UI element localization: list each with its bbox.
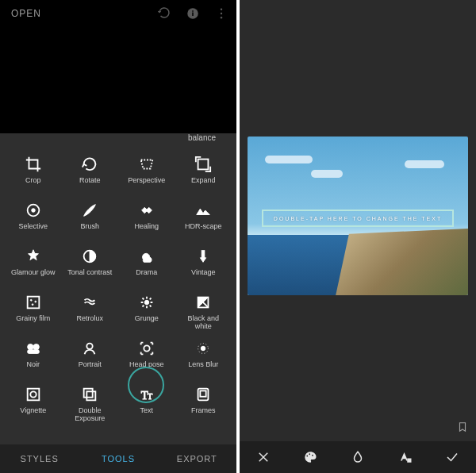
tool-label: Perspective: [128, 176, 165, 184]
tool-rotate[interactable]: Rotate: [62, 151, 119, 197]
tool-healing[interactable]: Healing: [118, 197, 175, 243]
tool-double[interactable]: Double Exposure: [62, 381, 119, 427]
photo-cloud: [265, 156, 313, 163]
vignette-icon: [25, 386, 42, 403]
bookmark-icon[interactable]: [457, 421, 468, 436]
color-button[interactable]: [287, 450, 335, 464]
confirm-button[interactable]: [428, 450, 476, 464]
tool-label: Noir: [26, 360, 40, 368]
vintage-icon: [194, 248, 212, 265]
svg-point-10: [312, 455, 313, 456]
info-icon[interactable]: [186, 6, 200, 24]
tool-portrait[interactable]: Portrait: [62, 335, 119, 381]
right-screen: DOUBLE-TAP HERE TO CHANGE THE TEXT: [240, 0, 476, 473]
photo-cloud: [311, 170, 343, 178]
cancel-button[interactable]: [240, 450, 287, 464]
tool-drama[interactable]: Drama: [118, 243, 175, 289]
tab-export[interactable]: EXPORT: [158, 444, 236, 473]
tool-noir[interactable]: Noir: [5, 335, 62, 381]
tool-label: Head pose: [129, 360, 164, 368]
tool-glamour[interactable]: Glamour glow: [5, 243, 62, 289]
opacity-button[interactable]: [334, 450, 382, 464]
crop-icon: [25, 156, 42, 173]
tool-label: Healing: [134, 222, 159, 230]
lensblur-icon: [194, 340, 212, 357]
retrolux-icon: [81, 294, 98, 311]
tool-expand[interactable]: Expand: [175, 151, 232, 197]
tools-panel: balance CropRotatePerspectiveExpandSelec…: [0, 133, 236, 444]
tool-label: Text: [140, 406, 153, 414]
tool-label: Black and white: [179, 314, 227, 330]
svg-point-8: [307, 456, 309, 457]
overflow-tool-label: balance: [0, 133, 236, 148]
grunge-icon: [138, 294, 155, 311]
tool-label: Grunge: [135, 314, 159, 322]
tool-label: Rotate: [79, 176, 101, 184]
svg-rect-1: [192, 13, 194, 17]
rotate-icon: [81, 156, 98, 173]
bw-icon: [194, 294, 212, 311]
tool-label: Grainy film: [16, 314, 50, 322]
text-overlay[interactable]: DOUBLE-TAP HERE TO CHANGE THE TEXT: [262, 210, 454, 227]
bottom-tabs: STYLES TOOLS EXPORT: [0, 444, 236, 473]
more-icon[interactable]: [214, 6, 228, 24]
tool-label: Lens Blur: [188, 360, 218, 368]
expand-icon: [194, 156, 212, 173]
image-canvas: OPEN: [0, 0, 236, 133]
selective-icon: [25, 202, 42, 219]
tool-frames[interactable]: Frames: [175, 381, 232, 427]
photo-land: [336, 229, 468, 295]
tool-vintage[interactable]: Vintage: [175, 243, 232, 289]
tool-label: Vignette: [20, 406, 46, 414]
hdrscape-icon: [194, 202, 212, 219]
portrait-icon: [81, 340, 98, 357]
tool-brush[interactable]: Brush: [62, 197, 119, 243]
open-button[interactable]: OPEN: [11, 8, 41, 19]
undo-stack-icon[interactable]: [157, 6, 171, 24]
tab-styles[interactable]: STYLES: [0, 444, 79, 473]
tool-text[interactable]: Text: [118, 381, 175, 427]
tool-label: HDR-scape: [185, 222, 222, 230]
tool-label: Frames: [191, 406, 216, 414]
tool-label: Vintage: [191, 268, 215, 276]
grainy-icon: [25, 294, 42, 311]
tool-label: Selective: [18, 222, 48, 230]
text-style-button[interactable]: [382, 450, 429, 464]
svg-point-5: [221, 17, 222, 18]
text-tool-toolbar: [240, 441, 476, 473]
perspective-icon: [138, 156, 155, 173]
tool-grunge[interactable]: Grunge: [118, 289, 175, 335]
tool-label: Glamour glow: [11, 268, 56, 276]
svg-point-3: [221, 9, 222, 10]
text-icon: [138, 386, 155, 403]
svg-point-9: [309, 453, 311, 455]
photo-cloud: [405, 160, 444, 168]
tool-label: Expand: [191, 176, 216, 184]
tool-crop[interactable]: Crop: [5, 151, 62, 197]
brush-icon: [81, 202, 98, 219]
healing-icon: [138, 202, 155, 219]
headpose-icon: [138, 340, 155, 357]
tool-label: Double Exposure: [66, 406, 113, 422]
svg-point-4: [221, 13, 222, 14]
tool-headpose[interactable]: Head pose: [118, 335, 175, 381]
tonal-icon: [81, 248, 98, 265]
tab-tools[interactable]: TOOLS: [79, 444, 157, 473]
tool-grainy[interactable]: Grainy film: [5, 289, 62, 335]
tool-bw[interactable]: Black and white: [175, 289, 232, 335]
tool-selective[interactable]: Selective: [5, 197, 62, 243]
tool-label: Drama: [136, 268, 157, 276]
photo-preview[interactable]: DOUBLE-TAP HERE TO CHANGE THE TEXT: [248, 137, 468, 295]
tool-tonal[interactable]: Tonal contrast: [62, 243, 119, 289]
tool-retrolux[interactable]: Retrolux: [62, 289, 119, 335]
tool-perspective[interactable]: Perspective: [118, 151, 175, 197]
tool-vignette[interactable]: Vignette: [5, 381, 62, 427]
frames-icon: [194, 386, 212, 403]
left-screen: OPEN balance CropRotatePerspectiveExpand…: [0, 0, 236, 473]
drama-icon: [138, 248, 155, 265]
tool-label: Retrolux: [76, 314, 103, 322]
tool-label: Crop: [25, 176, 41, 184]
tool-lensblur[interactable]: Lens Blur: [175, 335, 232, 381]
tool-label: Tonal contrast: [67, 268, 112, 276]
tool-hdrscape[interactable]: HDR-scape: [175, 197, 232, 243]
